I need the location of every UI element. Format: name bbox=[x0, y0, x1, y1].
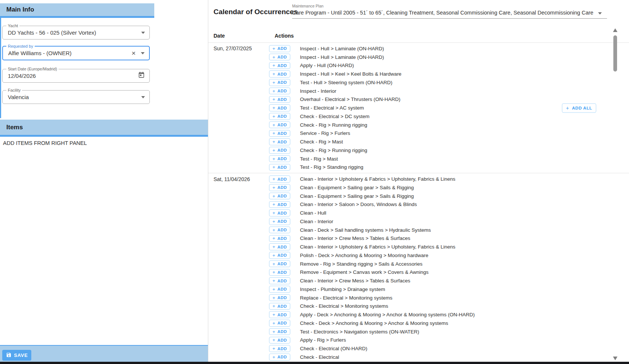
chevron-down-icon[interactable] bbox=[141, 96, 145, 98]
add-button-label: ADD bbox=[277, 355, 287, 359]
add-action-button[interactable]: +ADD bbox=[269, 218, 290, 225]
add-action-button[interactable]: +ADD bbox=[269, 303, 290, 310]
action-label: Check - Electrical bbox=[300, 354, 339, 360]
add-action-button[interactable]: +ADD bbox=[269, 121, 290, 129]
items-title: Items bbox=[6, 124, 23, 131]
add-action-button[interactable]: +ADD bbox=[269, 311, 290, 318]
add-all-button[interactable]: +ADD ALL bbox=[562, 103, 596, 113]
add-button-label: ADD bbox=[277, 114, 287, 118]
maintenance-plan-select[interactable]: Care Program - Until 2005 - 51´ to 65´, … bbox=[292, 10, 596, 16]
requested-by-select[interactable]: Requested by Alfie Williams - (OWNER) × bbox=[2, 46, 150, 60]
table-row: +ADDClean - Deck > Sail handling systems… bbox=[208, 226, 629, 234]
plus-icon: + bbox=[272, 355, 275, 360]
add-action-button[interactable]: +ADD bbox=[269, 62, 290, 69]
add-button-label: ADD bbox=[277, 46, 287, 51]
table-row: +ADDCheck - Rig > Mast bbox=[208, 137, 629, 146]
table-row: +ADDInspect - Interior bbox=[208, 87, 629, 95]
action-label: Remove - Rig > Standing rigging > Sails … bbox=[300, 261, 423, 267]
save-button[interactable]: SAVE bbox=[2, 350, 31, 361]
add-action-button[interactable]: +ADD bbox=[269, 235, 290, 242]
add-action-button[interactable]: +ADD bbox=[269, 328, 290, 335]
clear-icon[interactable]: × bbox=[132, 50, 136, 57]
add-action-button[interactable]: +ADD bbox=[269, 113, 290, 120]
table-row: Sun, 27/07/2025+ADDInspect - Hull > Lami… bbox=[208, 44, 629, 53]
date-group: Sun, 27/07/2025+ADDInspect - Hull > Lami… bbox=[208, 42, 629, 173]
chevron-down-icon[interactable] bbox=[141, 52, 145, 54]
add-action-button[interactable]: +ADD bbox=[269, 243, 290, 250]
date-cell: Sat, 11/04/2026 bbox=[208, 176, 269, 182]
table-row: +ADDApply - Deck > Anchoring & Mooring >… bbox=[208, 310, 629, 319]
add-action-button[interactable]: +ADD bbox=[269, 130, 290, 137]
add-button-label: ADD bbox=[277, 228, 287, 232]
table-row: +ADDTest - Rig > Standing rigging bbox=[208, 163, 629, 172]
table-row: +ADDTest - Rig > Mast bbox=[208, 155, 629, 163]
start-date-field[interactable]: Start Date (Europe/Madrid) 12/04/2026 bbox=[2, 69, 150, 83]
add-action-button[interactable]: +ADD bbox=[269, 70, 290, 77]
action-label: Inspect - Hull > Laminate (ON-HARD) bbox=[300, 46, 384, 51]
add-button-label: ADD bbox=[277, 72, 287, 76]
chevron-down-icon[interactable] bbox=[598, 12, 602, 15]
add-action-button[interactable]: +ADD bbox=[269, 104, 290, 111]
action-label: Check - Rig > Running rigging bbox=[300, 122, 367, 128]
add-action-button[interactable]: +ADD bbox=[269, 201, 290, 208]
calendar-icon[interactable] bbox=[138, 72, 145, 80]
save-icon bbox=[6, 352, 12, 359]
add-action-button[interactable]: +ADD bbox=[269, 354, 290, 361]
add-action-button[interactable]: +ADD bbox=[269, 45, 290, 52]
facility-value: Valencia bbox=[8, 94, 141, 100]
chevron-down-icon[interactable] bbox=[141, 32, 145, 34]
scroll-up-icon[interactable] bbox=[613, 28, 617, 32]
add-action-button[interactable]: +ADD bbox=[269, 252, 290, 259]
add-action-button[interactable]: +ADD bbox=[269, 54, 290, 61]
table-row: +ADDApply - Hull (ON-HARD) bbox=[208, 61, 629, 70]
action-label: Inspect - Plumbing > Drainage system bbox=[300, 287, 385, 292]
add-action-button[interactable]: +ADD bbox=[269, 320, 290, 327]
add-action-button[interactable]: +ADD bbox=[269, 269, 290, 276]
facility-select[interactable]: Facility Valencia bbox=[2, 90, 150, 104]
table-row: +ADDClean - Hull bbox=[208, 209, 629, 217]
add-action-button[interactable]: +ADD bbox=[269, 286, 290, 293]
add-button-label: ADD bbox=[277, 245, 287, 249]
add-action-button[interactable]: +ADD bbox=[269, 260, 290, 268]
add-action-button[interactable]: +ADD bbox=[269, 193, 290, 200]
add-action-button[interactable]: +ADD bbox=[269, 96, 290, 103]
scroll-down-icon[interactable] bbox=[613, 357, 617, 360]
add-action-button[interactable]: +ADD bbox=[269, 88, 290, 95]
action-label: Overhaul - Electrical > Thrusters (ON-HA… bbox=[300, 96, 400, 102]
add-action-button[interactable]: +ADD bbox=[269, 164, 290, 171]
action-label: Clean - Interior > Crew Mess > Tables & … bbox=[300, 278, 410, 284]
add-action-button[interactable]: +ADD bbox=[269, 227, 290, 234]
scrollbar-thumb[interactable] bbox=[613, 35, 617, 72]
plus-icon: + bbox=[566, 105, 569, 111]
add-action-button[interactable]: +ADD bbox=[269, 345, 290, 352]
table-row: +ADDInspect - Plumbing > Drainage system bbox=[208, 285, 629, 294]
add-action-button[interactable]: +ADD bbox=[269, 79, 290, 86]
plus-icon: + bbox=[272, 219, 275, 224]
action-label: Apply - Rig > Furlers bbox=[300, 337, 346, 343]
action-label: Polish - Deck > Anchoring & Mooring > Mo… bbox=[300, 253, 428, 258]
action-label: Test - Rig > Mast bbox=[300, 156, 338, 162]
add-action-button[interactable]: +ADD bbox=[269, 184, 290, 191]
plus-icon: + bbox=[272, 236, 275, 241]
add-action-button[interactable]: +ADD bbox=[269, 155, 290, 162]
add-action-button[interactable]: +ADD bbox=[269, 277, 290, 284]
action-label: Check - Electrical (ON-HARD) bbox=[300, 346, 367, 351]
action-label: Check - Deck > Anchoring & Mooring > Anc… bbox=[300, 320, 448, 326]
main-info-title: Main Info bbox=[6, 6, 34, 13]
add-action-button[interactable]: +ADD bbox=[269, 147, 290, 154]
table-row: +ADDRemove - Rig > Standing rigging > Sa… bbox=[208, 260, 629, 268]
add-button-label: ADD bbox=[277, 304, 287, 308]
table-row: +ADDClean - Interior > Crew Mess > Table… bbox=[208, 276, 629, 285]
table-row: +ADDService - Rig > Furlers bbox=[208, 129, 629, 138]
add-button-label: ADD bbox=[277, 329, 287, 334]
yacht-select[interactable]: Yacht DD Yachts - 56 - 025 (Silver Vorte… bbox=[2, 26, 150, 39]
add-action-button[interactable]: +ADD bbox=[269, 209, 290, 216]
table-row: +ADDClean - Interior bbox=[208, 217, 629, 226]
action-label: Clean - Hull bbox=[300, 210, 326, 216]
table-row: +ADDCheck - Electrical (ON-HARD) bbox=[208, 344, 629, 353]
add-action-button[interactable]: +ADD bbox=[269, 294, 290, 301]
add-action-button[interactable]: +ADD bbox=[269, 175, 290, 183]
add-action-button[interactable]: +ADD bbox=[269, 138, 290, 145]
action-label: Replace - Electrical > Monitoring system… bbox=[300, 295, 392, 301]
add-action-button[interactable]: +ADD bbox=[269, 337, 290, 344]
